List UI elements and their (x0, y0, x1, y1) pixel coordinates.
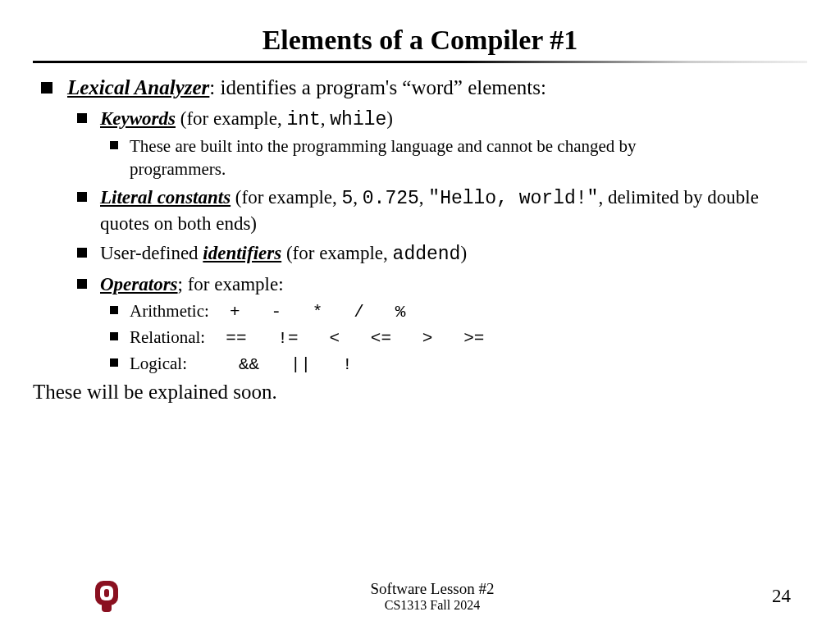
slide: Elements of a Compiler #1 Lexical Analyz… (0, 0, 840, 630)
slide-title: Elements of a Compiler #1 (33, 25, 807, 56)
term-keywords: Keywords (100, 108, 176, 129)
code-hello-world: "Hello, world!" (428, 188, 598, 209)
ops-relational: == != < <= > >= (205, 327, 484, 349)
label-relational: Relational: (130, 327, 205, 347)
text: , (353, 187, 363, 208)
svg-rect-1 (102, 602, 112, 612)
code-while: while (330, 109, 386, 130)
bullet-logical: Logical: && || ! (100, 353, 807, 376)
term-operators: Operators (100, 274, 178, 294)
term-identifiers: identifiers (203, 243, 281, 263)
bullet-list-level2: Keywords (for example, int, while) These… (67, 107, 807, 377)
text: ; for example: (178, 274, 284, 294)
page-number: 24 (742, 586, 791, 607)
text: (for example, (176, 108, 286, 129)
bullet-lexical-analyzer: Lexical Analyzer: identifies a program's… (33, 75, 807, 376)
text: ) (460, 243, 467, 263)
code-0725: 0.725 (363, 188, 419, 209)
label-arithmetic: Arithmetic: (130, 301, 209, 321)
text: User-defined (100, 243, 203, 263)
code-int: int (286, 109, 320, 130)
term-literal-constants: Literal constants (100, 187, 231, 208)
code-addend: addend (393, 244, 461, 265)
bullet-literal-constants: Literal constants (for example, 5, 0.725… (67, 185, 807, 236)
footer-line1: Software Lesson #2 (123, 580, 742, 598)
bullet-relational: Relational: == != < <= > >= (100, 326, 807, 349)
bullet-arithmetic: Arithmetic: + - * / % (100, 300, 807, 323)
bullet-keywords-desc: These are built into the programming lan… (100, 135, 655, 180)
text: (for example, (231, 187, 341, 208)
footer-center: Software Lesson #2 CS1313 Fall 2024 (123, 580, 742, 613)
bullet-list-level1: Lexical Analyzer: identifies a program's… (33, 75, 807, 376)
bullet-list-level3: These are built into the programming lan… (100, 135, 807, 180)
bullet-list-level3-ops: Arithmetic: + - * / % Relational: == != … (100, 300, 807, 377)
text: These are built into the programming lan… (130, 136, 637, 178)
bullet-identifiers: User-defined identifiers (for example, a… (67, 241, 807, 267)
ops-arithmetic: + - * / % (209, 301, 405, 323)
ops-logical: && || ! (187, 354, 353, 376)
text: ) (386, 108, 393, 129)
text: : identifies a program's “word” elements… (209, 76, 546, 98)
text: (for example, (281, 243, 392, 263)
bullet-keywords: Keywords (for example, int, while) These… (67, 107, 807, 180)
text: , (321, 108, 331, 129)
slide-footer: Software Lesson #2 CS1313 Fall 2024 24 (0, 578, 840, 615)
text: , (419, 187, 429, 208)
footer-line2: CS1313 Fall 2024 (123, 598, 742, 613)
bullet-operators: Operators; for example: Arithmetic: + - … (67, 272, 807, 377)
svg-rect-3 (104, 589, 109, 597)
title-rule (33, 61, 807, 63)
code-5: 5 (342, 188, 354, 209)
term-lexical-analyzer: Lexical Analyzer (67, 76, 209, 98)
ou-logo-icon (90, 578, 123, 615)
closing-text: These will be explained soon. (33, 381, 807, 404)
label-logical: Logical: (130, 354, 187, 373)
